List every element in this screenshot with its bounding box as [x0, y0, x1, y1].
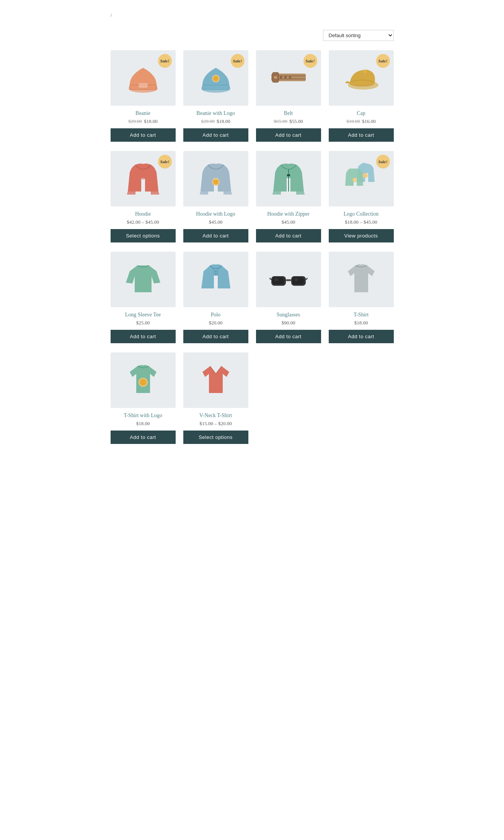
product-price-long-sleeve-tee: $25.00	[136, 320, 150, 326]
product-name-belt[interactable]: Belt	[284, 110, 293, 116]
product-button-long-sleeve-tee[interactable]: Add to cart	[111, 330, 176, 343]
product-button-cap[interactable]: Add to cart	[329, 128, 394, 142]
product-price-hoodie-with-logo: $45.00	[209, 219, 223, 225]
product-card-hoodie: Sale! Hoodie $42.00 – $45.00 Select opti…	[111, 151, 176, 242]
product-image-long-sleeve-tee	[124, 262, 162, 298]
svg-point-22	[362, 173, 368, 178]
product-image-logo-collection	[342, 161, 380, 197]
sale-badge-beanie: Sale!	[158, 54, 172, 68]
toolbar: Default sorting Sort by popularity Sort …	[111, 30, 394, 41]
svg-rect-11	[274, 76, 277, 79]
product-name-sunglasses[interactable]: Sunglasses	[277, 312, 300, 318]
product-image-wrap-belt: Sale!	[256, 50, 321, 106]
product-price-polo: $20.00	[209, 320, 223, 326]
product-image-hoodie	[124, 161, 162, 197]
product-name-cap[interactable]: Cap	[357, 110, 365, 116]
product-price-tshirt-logo: $18.00	[136, 421, 150, 427]
product-price-hoodie: $42.00 – $45.00	[127, 219, 159, 225]
product-price-tshirt: $18.00	[354, 320, 368, 326]
svg-line-31	[306, 278, 308, 280]
product-button-logo-collection[interactable]: View products	[329, 229, 394, 242]
product-image-vneck-tshirt	[197, 362, 235, 398]
product-image-wrap-logo-collection: Sale!	[329, 151, 394, 206]
product-name-hoodie-zipper[interactable]: Hoodie with Zipper	[267, 211, 309, 217]
product-image-sunglasses	[269, 262, 308, 298]
product-image-wrap-tshirt-logo	[111, 352, 176, 408]
svg-point-19	[213, 179, 219, 185]
product-card-cap: Sale! Cap $18.00$16.00 Add to cart	[329, 50, 394, 142]
product-card-beanie: Sale! Beanie $20.00$18.00 Add to cart	[111, 50, 176, 142]
product-name-polo[interactable]: Polo	[211, 312, 221, 318]
product-button-hoodie-with-logo[interactable]: Add to cart	[183, 229, 248, 242]
product-image-hoodie-with-logo	[197, 161, 235, 197]
svg-point-37	[140, 379, 147, 386]
product-image-wrap-beanie-with-logo: Sale!	[183, 50, 248, 106]
product-price-cap: $18.00$16.00	[346, 118, 376, 124]
product-button-sunglasses[interactable]: Add to cart	[256, 330, 321, 343]
product-card-polo: Polo $20.00 Add to cart	[183, 252, 248, 343]
product-card-long-sleeve-tee: Long Sleeve Tee $25.00 Add to cart	[111, 252, 176, 343]
product-name-logo-collection[interactable]: Logo Collection	[344, 211, 378, 217]
svg-point-6	[213, 76, 219, 81]
product-image-wrap-vneck-tshirt	[183, 352, 248, 408]
product-image-hoodie-zipper	[269, 161, 308, 197]
product-image-cap	[342, 60, 380, 96]
product-card-logo-collection: Sale! Logo Collection $18.00 – $45.00 Vi…	[329, 151, 394, 242]
product-name-tshirt[interactable]: T-Shirt	[354, 312, 369, 318]
product-card-beanie-with-logo: Sale! Beanie with Logo $20.00$18.00 Add …	[183, 50, 248, 142]
product-image-belt	[269, 60, 308, 96]
product-card-tshirt-logo: T-Shirt with Logo $18.00 Add to cart	[111, 352, 176, 444]
product-button-belt[interactable]: Add to cart	[256, 128, 321, 142]
product-image-wrap-tshirt	[329, 252, 394, 307]
product-card-tshirt: T-Shirt $18.00 Add to cart	[329, 252, 394, 343]
product-image-wrap-hoodie-with-logo	[183, 151, 248, 206]
product-image-wrap-polo	[183, 252, 248, 307]
product-name-hoodie[interactable]: Hoodie	[135, 211, 151, 217]
product-button-tshirt[interactable]: Add to cart	[329, 330, 394, 343]
breadcrumb: /	[111, 11, 394, 18]
product-name-long-sleeve-tee[interactable]: Long Sleeve Tee	[125, 312, 161, 318]
product-price-belt: $65.00$55.00	[274, 118, 303, 124]
product-image-wrap-beanie: Sale!	[111, 50, 176, 106]
svg-rect-29	[286, 279, 291, 281]
product-image-tshirt-logo	[124, 362, 162, 398]
product-image-wrap-cap: Sale!	[329, 50, 394, 106]
sale-badge-hoodie: Sale!	[158, 155, 172, 169]
product-image-wrap-hoodie: Sale!	[111, 151, 176, 206]
product-price-hoodie-zipper: $45.00	[282, 219, 295, 225]
product-name-beanie[interactable]: Beanie	[135, 110, 150, 116]
sale-badge-cap: Sale!	[376, 54, 390, 68]
product-image-wrap-long-sleeve-tee	[111, 252, 176, 307]
product-name-hoodie-with-logo[interactable]: Hoodie with Logo	[196, 211, 235, 217]
svg-line-30	[269, 278, 271, 280]
svg-point-13	[284, 76, 287, 79]
product-button-polo[interactable]: Add to cart	[183, 330, 248, 343]
sale-badge-belt: Sale!	[303, 54, 317, 68]
product-name-vneck-tshirt[interactable]: V-Neck T-Shirt	[199, 413, 232, 419]
product-card-vneck-tshirt: V-Neck T-Shirt $15.00 – $20.00 Select op…	[183, 352, 248, 444]
product-button-hoodie-zipper[interactable]: Add to cart	[256, 229, 321, 242]
svg-point-34	[274, 278, 279, 281]
product-image-wrap-hoodie-zipper	[256, 151, 321, 206]
product-image-beanie	[124, 60, 162, 96]
product-button-beanie[interactable]: Add to cart	[111, 128, 176, 142]
products-grid: Sale! Beanie $20.00$18.00 Add to cart Sa…	[111, 50, 394, 444]
sort-select[interactable]: Default sorting Sort by popularity Sort …	[323, 30, 394, 41]
product-price-beanie-with-logo: $20.00$18.00	[201, 118, 230, 124]
product-button-beanie-with-logo[interactable]: Add to cart	[183, 128, 248, 142]
product-button-vneck-tshirt[interactable]: Select options	[183, 431, 248, 444]
product-image-polo	[197, 262, 235, 298]
svg-point-16	[350, 80, 374, 86]
svg-rect-33	[292, 277, 304, 284]
product-price-sunglasses: $90.00	[282, 320, 295, 326]
product-name-beanie-with-logo[interactable]: Beanie with Logo	[196, 110, 235, 116]
product-button-tshirt-logo[interactable]: Add to cart	[111, 431, 176, 444]
product-name-tshirt-logo[interactable]: T-Shirt with Logo	[124, 413, 162, 419]
svg-rect-21	[287, 174, 290, 176]
svg-point-23	[352, 178, 357, 182]
svg-point-17	[363, 70, 367, 74]
product-button-hoodie[interactable]: Select options	[111, 229, 176, 242]
svg-rect-32	[272, 277, 284, 284]
product-price-logo-collection: $18.00 – $45.00	[345, 219, 377, 225]
product-card-hoodie-zipper: Hoodie with Zipper $45.00 Add to cart	[256, 151, 321, 242]
